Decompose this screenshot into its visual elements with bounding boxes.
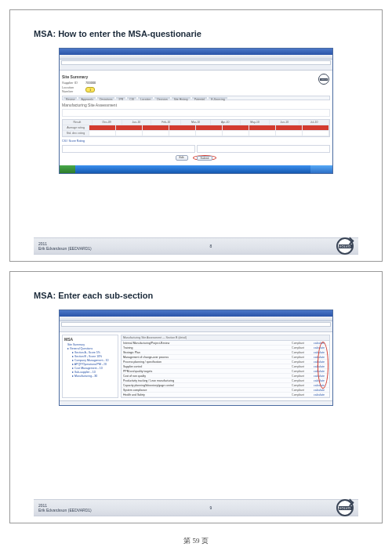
tab-item[interactable]: Potential	[192, 97, 208, 99]
grid-header-cell: Dec-09	[93, 120, 122, 125]
ie-toolbar	[60, 317, 332, 321]
grid-cell	[249, 131, 276, 136]
item-status: Compliant	[285, 389, 310, 392]
slide-title: MSA: Enter each sub-section	[34, 291, 358, 300]
item-status: Compliant	[285, 379, 310, 382]
grid-header-cell: Mar-10	[181, 120, 211, 125]
item-title: Process planning / specification	[123, 360, 285, 364]
tab-item[interactable]: Approvals	[78, 97, 96, 99]
slide-footer: 2011 Erik Edvardsson (EEDVARD1) 9 VOLVO	[34, 499, 358, 516]
grid-cell	[196, 125, 223, 131]
nav-heading: MSA	[64, 337, 116, 342]
item-title: Cost of non quality	[123, 375, 285, 378]
windows-taskbar	[60, 165, 332, 173]
item-title: Strategic Plan	[123, 351, 285, 354]
nav-item[interactable]: ▸ General Questions	[67, 347, 116, 350]
grid-cell	[116, 131, 143, 136]
nav-item[interactable]: ▸ Manufacturing - 30	[72, 375, 116, 378]
nav-item[interactable]: ▸ Sub-supplier - 10	[72, 371, 116, 374]
nav-item[interactable]: ▸ Company Management - 10	[72, 359, 116, 362]
item-title: Capacity planning/laboratory/gage contro…	[123, 384, 285, 387]
document-page-number: 第 59 页	[9, 536, 383, 546]
grid-cell	[223, 131, 249, 136]
submit-button[interactable]: Submit	[197, 156, 213, 161]
tab-item[interactable]: Deviations	[97, 97, 114, 99]
callout-circle-icon: Submit	[193, 155, 217, 161]
nav-item[interactable]: ▸ Section A - Score 5%	[72, 351, 116, 354]
tab-item[interactable]: IPR	[116, 97, 125, 99]
calculate-link[interactable]: calculate	[310, 389, 328, 392]
grid-cell: Average rating	[63, 125, 89, 131]
grid-cell	[143, 131, 169, 136]
grid-cell	[276, 125, 303, 131]
footer-page-number: 9	[209, 505, 212, 510]
supplier-id-value: 700000	[85, 81, 96, 85]
item-title: System compliance	[123, 389, 285, 392]
grid-header-cell: Apr-10	[211, 120, 241, 125]
grid-cell	[303, 125, 329, 131]
calculate-link[interactable]: calculate	[310, 393, 328, 396]
screenshot-subsections: MSA Site Summary▸ General Questions▸ Sec…	[59, 310, 333, 406]
tab-item[interactable]: Decision	[154, 97, 169, 99]
footer-author: Erik Edvardsson (EEDVARD1)	[38, 246, 92, 251]
item-status: Compliant	[285, 360, 310, 364]
item-title: Health and Safety	[123, 393, 285, 396]
item-status: Compliant	[285, 346, 310, 349]
location-number-badge[interactable]: 1	[85, 87, 95, 92]
list-item: Health and SafetyCompliantcalculate	[122, 393, 329, 397]
item-status: Compliant	[285, 356, 310, 359]
window-titlebar	[60, 49, 332, 55]
footer-page-number: 8	[209, 244, 212, 248]
footer-author: Erik Edvardsson (EEDVARD1)	[38, 508, 92, 512]
tab-item[interactable]: CSI	[127, 97, 136, 99]
grid-cell	[276, 131, 303, 136]
ie-address-bar	[61, 60, 331, 65]
tab-item[interactable]: Site History	[172, 97, 191, 99]
item-status: Compliant	[285, 370, 310, 373]
ie-toolbar	[60, 55, 332, 60]
grid-cell	[249, 125, 276, 131]
item-status: Compliant	[285, 384, 310, 387]
grid-cell	[116, 125, 143, 131]
item-title: PPM and quality targets	[123, 370, 285, 373]
grid-cell	[303, 131, 329, 136]
volvo-logo-icon: VOLVO	[318, 74, 329, 85]
slide-msa-subsections: MSA: Enter each sub-section MSA Site Sum…	[9, 271, 383, 523]
tab-item[interactable]: Location	[138, 97, 153, 99]
score-link[interactable]: CSI / Score Rating	[62, 139, 330, 143]
grid-cell	[143, 125, 169, 131]
grid-header-cell: Feb-10	[151, 120, 181, 125]
slide-title: MSA: How to enter the MSA-questionarie	[34, 29, 358, 38]
subsection-list: Manufacturing Site Assessment — Section …	[121, 335, 330, 398]
nav-item[interactable]: ▸ Section B - Score 10%	[72, 355, 116, 358]
nav-item[interactable]: ▸ APQP/Operations/PM - 20	[72, 363, 116, 366]
grid-row-average: Average rating	[63, 125, 329, 131]
edit-button[interactable]: Edit	[176, 155, 188, 161]
chart-area	[62, 145, 330, 153]
result-grid: ResultDec-09Jan-10Feb-10Mar-10Apr-10May-…	[62, 119, 330, 137]
item-title: Internal Manufacturing/Project-Review	[123, 342, 285, 345]
item-title: Management of change-over process	[123, 356, 285, 359]
grid-cell	[196, 131, 223, 136]
nav-item[interactable]: Site Summary	[67, 343, 116, 346]
msa-subtitle: Manufacturing Site Assessment	[62, 103, 330, 107]
ie-statusbar	[60, 400, 332, 405]
grid-cell	[169, 131, 196, 136]
slide-msa-questionnaire: MSA: How to enter the MSA-questionarie V…	[9, 9, 383, 262]
nav-item[interactable]: ▸ Cost Management - 10	[72, 367, 116, 370]
item-status: Compliant	[285, 365, 310, 368]
grid-row-stddev: Std. dev. rating	[63, 131, 329, 136]
location-number-label: Location Number	[62, 85, 84, 93]
item-status: Compliant	[285, 375, 310, 378]
item-status: Compliant	[285, 342, 310, 345]
item-title: Supplier control	[123, 365, 285, 368]
grid-header-cell: Jul-10	[299, 120, 329, 125]
item-status: Compliant	[285, 351, 310, 354]
supplier-id-label: Supplier ID	[62, 81, 84, 85]
grid-cell	[89, 125, 116, 131]
volvo-logo-icon: VOLVO	[336, 499, 354, 516]
grid-header-cell: Result	[63, 120, 93, 125]
list-header: Manufacturing Site Assessment — Section …	[122, 335, 329, 341]
tab-item[interactable]: Review	[64, 97, 77, 99]
tab-item[interactable]: E-Sourcing	[209, 97, 227, 99]
